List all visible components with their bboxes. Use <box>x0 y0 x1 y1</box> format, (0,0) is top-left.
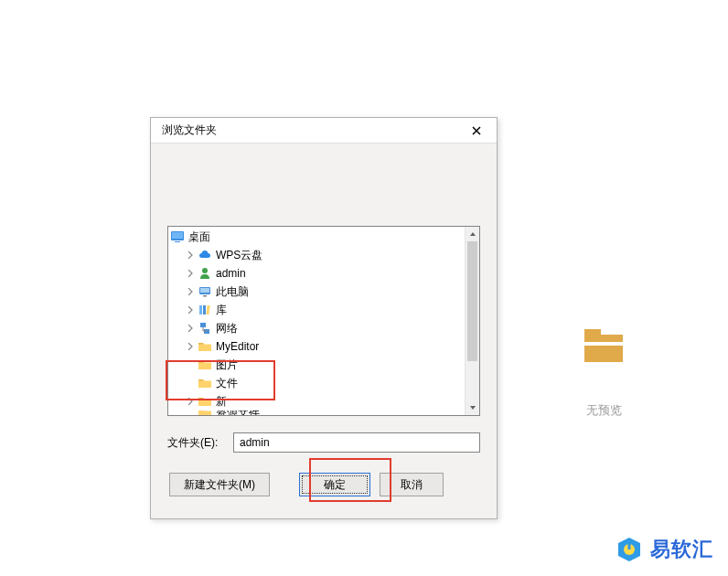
folder-preview-icon <box>549 324 658 366</box>
path-input[interactable] <box>233 432 480 453</box>
svg-rect-1 <box>172 232 183 239</box>
expand-spacer <box>185 378 196 389</box>
tree-item-admin[interactable]: admin <box>168 264 479 283</box>
tree-item-net[interactable]: 网络 <box>168 319 479 337</box>
dialog-title: 浏览文件夹 <box>162 123 217 138</box>
tree-label: WPS云盘 <box>216 246 262 264</box>
expand-spacer <box>185 411 196 415</box>
tree-label: 图片 <box>216 356 238 374</box>
tree-label: 此电脑 <box>216 283 249 301</box>
folder-icon <box>198 339 212 354</box>
svg-rect-8 <box>203 305 206 315</box>
cancel-button[interactable]: 取消 <box>380 473 444 496</box>
tree-item-wenjian[interactable]: 文件 <box>168 374 479 392</box>
scroll-track[interactable] <box>466 241 479 400</box>
tree-label: 文件 <box>216 374 238 392</box>
library-icon <box>198 303 212 317</box>
expand-icon[interactable] <box>185 286 196 297</box>
expand-icon[interactable] <box>185 341 196 352</box>
browse-folder-dialog: 浏览文件夹 桌面 <box>150 117 498 519</box>
tree-label: MyEditor <box>216 337 259 356</box>
svg-rect-10 <box>200 323 206 327</box>
scroll-down-button[interactable] <box>466 400 479 415</box>
preview-text: 无预览 <box>549 402 658 419</box>
cloud-icon <box>198 248 212 262</box>
tree-label: admin <box>216 264 246 283</box>
tree-item-wps[interactable]: WPS云盘 <box>168 246 479 264</box>
ok-button[interactable]: 确定 <box>299 473 370 496</box>
tree-item-pictures[interactable]: 图片 <box>168 356 479 374</box>
svg-rect-16 <box>628 544 631 549</box>
path-label: 文件夹(E): <box>167 435 226 451</box>
svg-rect-2 <box>175 241 180 242</box>
svg-rect-13 <box>584 335 623 362</box>
svg-rect-5 <box>200 288 209 293</box>
pc-icon <box>198 284 212 299</box>
desktop-icon <box>170 229 185 244</box>
scroll-up-button[interactable] <box>466 227 479 241</box>
tree-label: 库 <box>216 301 227 319</box>
expand-icon[interactable] <box>185 250 196 261</box>
expand-spacer <box>185 359 196 370</box>
expand-icon[interactable] <box>185 304 196 315</box>
svg-rect-9 <box>206 305 209 315</box>
tree-root[interactable]: 桌面 <box>168 228 479 246</box>
folder-icon <box>198 357 212 372</box>
tree-item-cutoff[interactable]: 资源文件 <box>168 411 479 415</box>
button-row: 新建文件夹(M) 确定 取消 <box>167 473 480 496</box>
tree-item-lib[interactable]: 库 <box>168 301 479 319</box>
watermark: 易软汇 <box>616 536 713 563</box>
tree-item-pc[interactable]: 此电脑 <box>168 283 479 301</box>
path-row: 文件夹(E): <box>167 432 480 453</box>
tree-item-xin[interactable]: 新 <box>168 392 479 411</box>
tree-label: 新 <box>216 392 227 411</box>
scroll-thumb[interactable] <box>467 241 477 361</box>
vertical-scrollbar[interactable] <box>465 227 479 415</box>
watermark-text: 易软汇 <box>650 536 713 563</box>
svg-rect-14 <box>584 342 623 346</box>
watermark-logo-icon <box>616 536 643 563</box>
folder-icon <box>198 394 212 409</box>
preview-panel: 无预览 <box>549 324 658 419</box>
svg-point-3 <box>202 268 208 273</box>
folder-tree: 桌面 WPS云盘 <box>167 226 480 416</box>
expand-icon[interactable] <box>185 396 196 407</box>
svg-rect-6 <box>203 295 207 297</box>
tree-label: 资源文件 <box>216 411 260 415</box>
tree-item-myeditor[interactable]: MyEditor <box>168 337 479 356</box>
expand-icon[interactable] <box>185 323 196 334</box>
network-icon <box>198 321 212 336</box>
close-button[interactable] <box>464 122 489 140</box>
dialog-body: 桌面 WPS云盘 <box>151 144 497 509</box>
tree-label: 网络 <box>216 319 238 337</box>
folder-icon <box>198 411 212 415</box>
titlebar[interactable]: 浏览文件夹 <box>151 118 497 144</box>
user-icon <box>198 266 212 281</box>
expand-icon[interactable] <box>185 268 196 279</box>
svg-rect-7 <box>199 305 202 315</box>
new-folder-button[interactable]: 新建文件夹(M) <box>169 473 270 496</box>
tree-label: 桌面 <box>188 228 210 246</box>
folder-icon <box>198 376 212 390</box>
